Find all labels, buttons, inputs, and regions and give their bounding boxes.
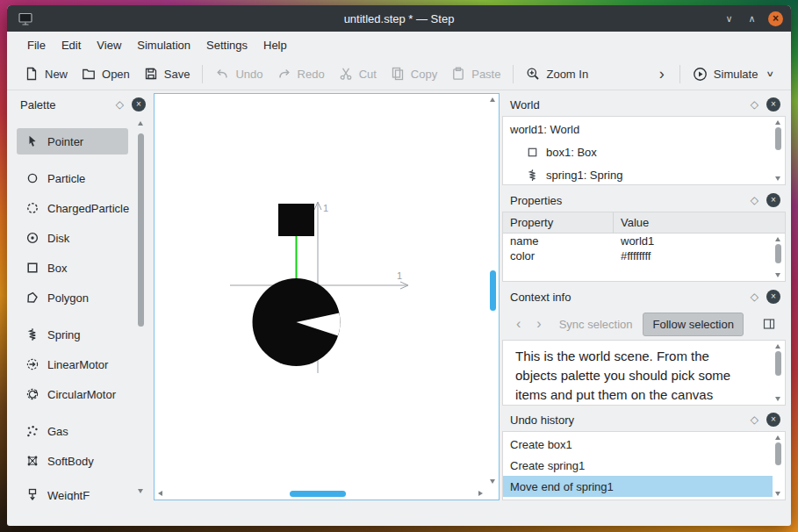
property-row-name[interactable]: name world1 (503, 234, 785, 248)
column-header-value[interactable]: Value (614, 216, 649, 229)
scrollbar-thumb[interactable] (138, 133, 144, 327)
palette-item-softbody[interactable]: SoftBody (17, 448, 128, 474)
float-panel-icon[interactable]: ◇ (116, 98, 124, 111)
redo-button[interactable]: Redo (270, 62, 332, 85)
new-button[interactable]: New (18, 62, 75, 85)
palette-item-gas[interactable]: Gas (17, 418, 128, 444)
palette-item-circularmotor[interactable]: CircularMotor (17, 381, 128, 407)
disk-icon (25, 231, 40, 245)
close-panel-icon[interactable]: × (132, 97, 146, 111)
detach-panel-icon[interactable] (759, 314, 779, 334)
undo-item-create-spring1[interactable]: Create spring1 (503, 455, 773, 476)
float-panel-icon[interactable]: ◇ (751, 194, 758, 206)
palette-item-label: Spring (47, 328, 81, 341)
scrollbar-thumb[interactable] (490, 270, 496, 311)
undo-item-create-box1[interactable]: Create box1 (503, 434, 773, 455)
context-scrollbar[interactable] (773, 342, 784, 403)
palette-item-disk[interactable]: Disk (17, 225, 128, 251)
paste-button[interactable]: Paste (444, 62, 507, 85)
close-panel-icon[interactable]: × (766, 290, 780, 304)
palette-item-chargedparticle[interactable]: ChargedParticle (17, 195, 128, 221)
follow-selection-button[interactable]: Follow selection (643, 313, 744, 336)
close-panel-icon[interactable]: × (766, 97, 780, 111)
context-text-line: objects palette you should pick some (515, 366, 785, 385)
property-row-color[interactable]: color #ffffffff (503, 248, 785, 263)
scroll-up-icon[interactable] (138, 121, 143, 126)
palette-item-weightforce[interactable]: WeightF (17, 482, 128, 500)
chevron-down-icon[interactable]: ∨ (766, 69, 775, 78)
save-button[interactable]: Save (137, 62, 198, 85)
palette-item-spring[interactable]: Spring (17, 321, 128, 348)
zoom-in-button[interactable]: Zoom In (519, 62, 595, 85)
tree-item-world1[interactable]: world1: World (503, 119, 785, 140)
scroll-down-icon[interactable] (775, 397, 780, 401)
palette-item-particle[interactable]: Particle (17, 165, 128, 191)
cut-button[interactable]: Cut (332, 62, 384, 85)
circular-motor-icon (25, 387, 40, 401)
close-button[interactable]: × (768, 11, 783, 26)
scrollbar-thumb[interactable] (775, 351, 781, 376)
copy-button[interactable]: Copy (384, 62, 444, 85)
scroll-left-icon[interactable] (158, 491, 162, 496)
toolbar-overflow-button[interactable]: › (650, 66, 674, 82)
palette-item-label: Gas (47, 425, 68, 438)
scroll-up-icon[interactable] (775, 120, 780, 125)
palette-item-pointer[interactable]: Pointer (17, 128, 128, 155)
disk-object[interactable] (253, 278, 341, 366)
menu-file[interactable]: File (19, 34, 54, 56)
undo-item-move-end-of-spring1[interactable]: Move end of spring1 (503, 476, 773, 497)
float-panel-icon[interactable]: ◇ (751, 413, 758, 426)
undo-scrollbar[interactable] (773, 434, 784, 498)
back-arrow-icon[interactable]: ‹ (509, 317, 528, 331)
menu-view[interactable]: View (89, 34, 129, 56)
menu-settings[interactable]: Settings (198, 34, 255, 56)
property-value[interactable]: #ffffffff (614, 249, 651, 262)
float-panel-icon[interactable]: ◇ (751, 291, 758, 303)
scrollbar-thumb[interactable] (775, 244, 781, 263)
scroll-down-icon[interactable] (490, 479, 495, 484)
properties-scrollbar[interactable] (773, 235, 784, 279)
scroll-up-icon[interactable] (775, 344, 780, 349)
palette-item-polygon[interactable]: Polygon (17, 284, 128, 311)
palette-item-box[interactable]: Box (17, 255, 128, 281)
simulation-scene[interactable]: 1 1 (155, 94, 499, 500)
tree-item-box1[interactable]: box1: Box (503, 141, 785, 162)
scrollbar-thumb[interactable] (775, 127, 781, 150)
tree-item-spring1[interactable]: spring1: Spring (503, 164, 785, 185)
float-panel-icon[interactable]: ◇ (751, 98, 758, 111)
canvas-horizontal-scrollbar[interactable] (156, 488, 485, 500)
simulate-button[interactable]: Simulate ∨ (686, 62, 780, 86)
box1-object[interactable] (278, 204, 314, 236)
scroll-down-icon[interactable] (775, 176, 780, 181)
world-canvas[interactable]: 1 1 (154, 93, 500, 500)
menu-help[interactable]: Help (255, 34, 295, 56)
canvas-vertical-scrollbar[interactable] (487, 96, 499, 485)
world-scrollbar[interactable] (773, 119, 784, 183)
properties-column-headers[interactable]: Property Value (503, 212, 785, 234)
scroll-right-icon[interactable] (478, 491, 483, 496)
palette-scrollbar[interactable] (135, 119, 147, 495)
sync-selection-button[interactable]: Sync selection (550, 313, 642, 335)
open-button[interactable]: Open (75, 62, 137, 85)
scroll-up-icon[interactable] (490, 97, 495, 102)
scroll-down-icon[interactable] (775, 492, 780, 496)
scroll-down-icon[interactable] (775, 273, 780, 277)
minimize-button[interactable]: ∨ (723, 13, 736, 25)
titlebar[interactable]: untitled.step * — Step ∨ ∧ × (7, 5, 791, 32)
scroll-up-icon[interactable] (775, 435, 780, 440)
box-icon (25, 261, 40, 275)
scroll-down-icon[interactable] (138, 489, 143, 493)
property-value[interactable]: world1 (614, 234, 654, 248)
palette-item-linearmotor[interactable]: LinearMotor (17, 351, 128, 377)
forward-arrow-icon[interactable]: › (529, 317, 548, 331)
close-panel-icon[interactable]: × (766, 193, 780, 207)
undo-button[interactable]: Undo (208, 62, 270, 85)
menu-edit[interactable]: Edit (54, 34, 89, 56)
close-panel-icon[interactable]: × (766, 413, 780, 427)
maximize-button[interactable]: ∧ (745, 13, 758, 25)
column-header-property[interactable]: Property (503, 212, 614, 233)
menu-simulation[interactable]: Simulation (129, 34, 198, 56)
scrollbar-thumb[interactable] (290, 491, 346, 497)
scrollbar-thumb[interactable] (775, 442, 781, 465)
scroll-up-icon[interactable] (775, 237, 780, 241)
